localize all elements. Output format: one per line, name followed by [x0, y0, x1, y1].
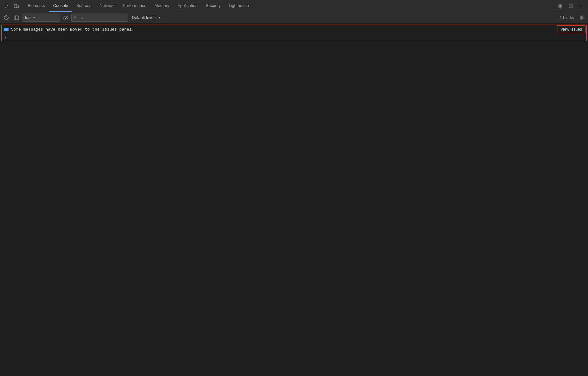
- tab-sources[interactable]: Sources: [73, 0, 95, 12]
- console-sidebar-button[interactable]: [12, 13, 21, 22]
- tab-security[interactable]: Security: [202, 0, 224, 12]
- console-message-row: Some messages have been moved to the Iss…: [2, 25, 586, 34]
- clear-console-button[interactable]: [2, 13, 11, 22]
- hidden-count: 1 hidden: [560, 15, 575, 20]
- log-levels-button[interactable]: Default levels ▼: [129, 14, 163, 21]
- tab-elements[interactable]: Elements: [24, 0, 49, 12]
- live-expressions-button[interactable]: [61, 13, 70, 22]
- expand-chevron-icon: ❯: [4, 35, 6, 40]
- svg-rect-0: [14, 4, 17, 8]
- context-value: top: [25, 15, 31, 20]
- levels-label: Default levels: [132, 15, 156, 20]
- filter-input[interactable]: [71, 14, 128, 22]
- tab-performance[interactable]: Performance: [119, 0, 150, 12]
- inspect-element-button[interactable]: [2, 2, 11, 10]
- settings-button[interactable]: [556, 2, 565, 10]
- console-expand-row[interactable]: ❯: [2, 34, 586, 41]
- console-message-block: Some messages have been moved to the Iss…: [1, 25, 587, 41]
- console-area: Some messages have been moved to the Iss…: [0, 23, 588, 376]
- console-toolbar: top ▼ Default levels ▼ 1 hidden: [0, 12, 588, 23]
- tab-bar: Elements Console Sources Network Perform…: [0, 0, 588, 12]
- more-tools-button[interactable]: ···: [577, 2, 586, 10]
- context-arrow-icon: ▼: [32, 16, 36, 19]
- view-issues-button[interactable]: View issues: [557, 25, 585, 33]
- tab-network[interactable]: Network: [96, 0, 119, 12]
- tab-bar-left-icons: [2, 2, 21, 10]
- tab-lighthouse[interactable]: Lighthouse: [225, 0, 253, 12]
- svg-line-9: [5, 16, 8, 19]
- tab-application[interactable]: Application: [174, 0, 202, 12]
- tab-bar-right: ···: [556, 2, 586, 10]
- toolbar-right: 1 hidden: [560, 13, 586, 22]
- context-selector[interactable]: top ▼: [22, 14, 60, 22]
- tab-memory[interactable]: Memory: [151, 0, 173, 12]
- levels-arrow-icon: ▼: [158, 16, 161, 19]
- svg-rect-10: [14, 16, 19, 20]
- svg-point-3: [570, 5, 572, 7]
- message-type-icon: [4, 28, 9, 31]
- remote-devices-button[interactable]: [567, 2, 575, 10]
- device-toggle-button[interactable]: [12, 2, 21, 10]
- svg-rect-1: [17, 5, 19, 8]
- svg-point-12: [65, 17, 67, 18]
- console-message-text: Some messages have been moved to the Iss…: [11, 27, 134, 32]
- tab-console[interactable]: Console: [49, 0, 72, 12]
- console-settings-button[interactable]: [577, 13, 586, 22]
